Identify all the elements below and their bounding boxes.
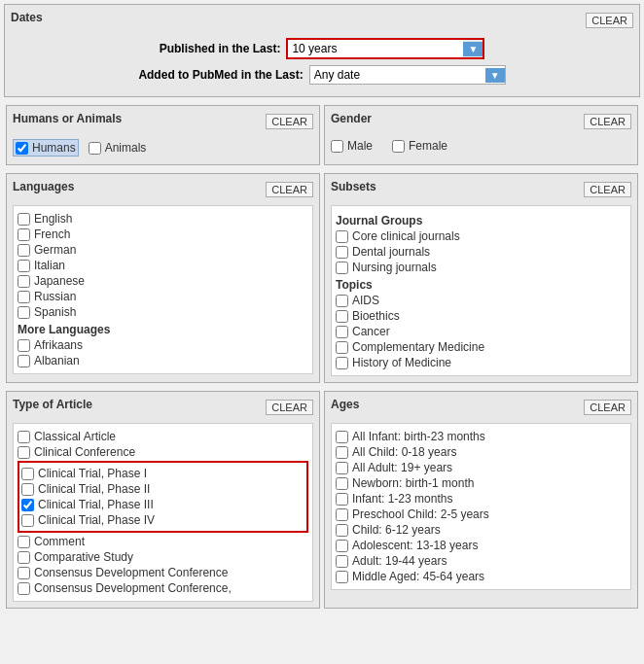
topic-cancer-checkbox[interactable] [336,326,348,338]
age-middle-checkbox[interactable] [336,571,348,583]
list-item: Preschool Child: 2-5 years [336,507,626,521]
added-label: Added to PubMed in the Last: [138,68,303,82]
age-infant-checkbox[interactable] [336,431,348,443]
art-ct1-checkbox[interactable] [21,468,34,480]
age-newborn-checkbox[interactable] [336,477,348,490]
age-child-all-checkbox[interactable] [336,446,348,459]
age-adult-checkbox[interactable] [336,555,348,568]
art-consensus2-checkbox[interactable] [18,582,30,595]
female-checkbox[interactable] [392,140,405,153]
article-type-col: Type of Article CLEAR Classical Article … [6,391,320,609]
topic-bioethics-checkbox[interactable] [336,310,348,323]
art-ct3-checkbox[interactable] [21,499,34,511]
list-item: Albanian [18,354,308,367]
topic-aids-checkbox[interactable] [336,295,348,307]
languages-title: Languages [13,180,74,193]
lang-italian-checkbox[interactable] [18,260,30,272]
lang-russian-checkbox[interactable] [18,291,30,303]
female-label: Female [409,139,447,153]
list-item: AIDS [336,294,626,307]
age-infant1-checkbox[interactable] [336,493,348,506]
art-consensus-checkbox[interactable] [18,567,30,579]
list-item: Dental journals [336,245,626,259]
subsets-panel: Subsets CLEAR Journal Groups Core clinic… [324,173,638,383]
animals-checkbox-wrapper: Animals [89,141,147,155]
lang-spanish-checkbox[interactable] [18,306,30,319]
list-item: Child: 6-12 years [336,523,626,537]
gender-col: Gender CLEAR Male Female [324,105,638,165]
list-item: Clinical Trial, Phase IV [21,513,304,527]
age-preschool-checkbox[interactable] [336,508,348,521]
article-type-clear-button[interactable]: CLEAR [266,400,313,415]
humans-animals-clear-button[interactable]: CLEAR [266,114,313,129]
art-clinical-conf-checkbox[interactable] [18,446,30,459]
added-select-arrow[interactable]: ▼ [485,68,505,83]
list-item: Comparative Study [18,550,308,564]
list-item: Adolescent: 13-18 years [336,539,626,552]
subsets-col: Subsets CLEAR Journal Groups Core clinic… [324,173,638,383]
humans-animals-col: Humans or Animals CLEAR Humans Animals [6,105,320,165]
lang-german-checkbox[interactable] [18,244,30,257]
dates-section: Dates CLEAR Published in the Last: 1 yea… [4,4,640,97]
ages-col: Ages CLEAR All Infant: birth-23 months A… [324,391,638,609]
list-item: Consensus Development Conference, [18,581,308,595]
lang-french-checkbox[interactable] [18,228,30,241]
row-languages-subsets: Languages CLEAR English French German It… [4,169,640,387]
list-item: Italian [18,259,308,272]
male-label: Male [347,139,373,153]
ages-clear-button[interactable]: CLEAR [584,400,631,415]
art-classical-checkbox[interactable] [18,431,30,443]
humans-checkbox[interactable] [16,142,28,155]
published-select[interactable]: 1 year 5 years 10 years Custom range... [288,40,463,57]
languages-col: Languages CLEAR English French German It… [6,173,320,383]
male-checkbox[interactable] [331,140,343,153]
subsets-clear-button[interactable]: CLEAR [584,182,631,197]
lang-english-checkbox[interactable] [18,213,30,226]
topic-complementary-checkbox[interactable] [336,341,348,354]
art-comment-checkbox[interactable] [18,536,30,548]
art-comparative-checkbox[interactable] [18,551,30,564]
list-item: All Infant: birth-23 months [336,430,626,443]
list-item: Japanese [18,274,308,288]
list-item: Clinical Trial, Phase I [21,467,304,480]
languages-panel: Languages CLEAR English French German It… [6,173,320,383]
more-languages-label: More Languages [18,323,308,336]
humans-label: Humans [32,141,76,155]
lang-albanian-checkbox[interactable] [18,355,30,367]
lang-japanese-checkbox[interactable] [18,275,30,288]
humans-animals-title: Humans or Animals [13,112,122,125]
published-select-wrapper: 1 year 5 years 10 years Custom range... … [286,38,484,59]
published-select-arrow[interactable]: ▼ [463,42,483,56]
list-item: All Child: 0-18 years [336,445,626,459]
age-adult-all-checkbox[interactable] [336,462,348,474]
dates-clear-button[interactable]: CLEAR [586,13,633,28]
art-ct4-checkbox[interactable] [21,514,34,527]
humans-animals-panel: Humans or Animals CLEAR Humans Animals [6,105,320,165]
age-adolescent-checkbox[interactable] [336,540,348,552]
animals-checkbox[interactable] [89,142,101,155]
lang-afrikaans-checkbox[interactable] [18,339,30,352]
list-item: History of Medicine [336,356,626,369]
subset-dental-checkbox[interactable] [336,246,348,259]
article-type-panel: Type of Article CLEAR Classical Article … [6,391,320,609]
article-type-scroll-list[interactable]: Classical Article Clinical Conference Cl… [13,423,313,602]
age-child-6-checkbox[interactable] [336,524,348,537]
subset-core-checkbox[interactable] [336,230,348,243]
subset-nursing-checkbox[interactable] [336,262,348,274]
list-item: Middle Aged: 45-64 years [336,570,626,583]
list-item: Bioethics [336,309,626,323]
ages-panel: Ages CLEAR All Infant: birth-23 months A… [324,391,638,609]
list-item: Clinical Trial, Phase II [21,482,304,496]
humans-checkbox-wrapper: Humans [13,139,79,157]
subsets-scroll-list[interactable]: Journal Groups Core clinical journals De… [331,205,631,376]
topic-history-checkbox[interactable] [336,357,348,369]
art-ct2-checkbox[interactable] [21,483,34,496]
gender-clear-button[interactable]: CLEAR [584,114,631,129]
languages-clear-button[interactable]: CLEAR [266,182,313,197]
list-item: All Adult: 19+ years [336,461,626,474]
list-item: Consensus Development Conference [18,566,308,579]
ages-scroll-list[interactable]: All Infant: birth-23 months All Child: 0… [331,423,631,590]
languages-scroll-list[interactable]: English French German Italian Japanese R… [13,205,313,374]
added-select[interactable]: Any date 1 year 5 years 10 years [310,66,485,84]
list-item: German [18,243,308,257]
